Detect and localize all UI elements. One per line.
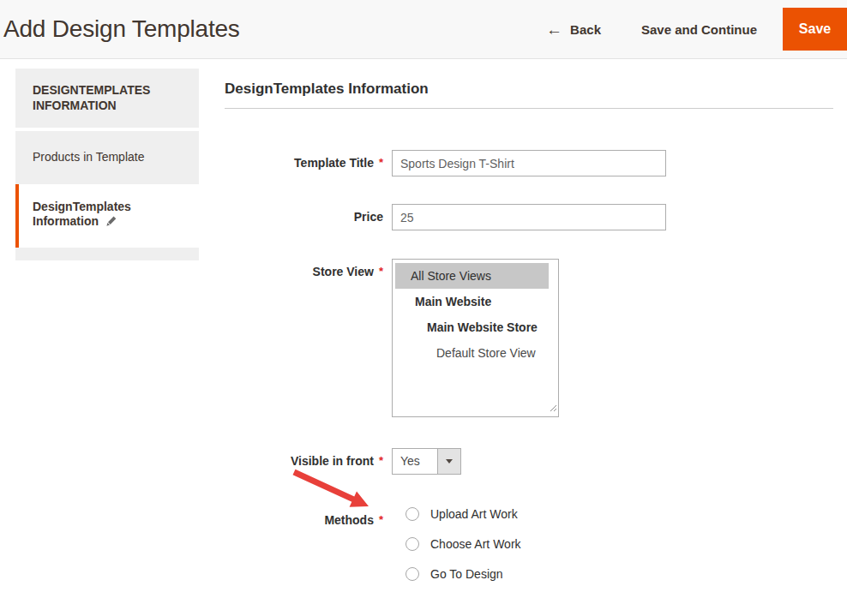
chevron-down-icon — [446, 459, 453, 463]
radio-option-choose-art-work[interactable]: Choose Art Work — [405, 537, 521, 551]
radio-option-upload-art-work[interactable]: Upload Art Work — [405, 507, 521, 521]
radio-button-icon — [405, 537, 419, 551]
arrow-left-icon: ← — [546, 21, 562, 38]
radio-option-label: Upload Art Work — [430, 507, 518, 521]
store-view-option-default-store-view[interactable]: Default Store View — [395, 340, 549, 366]
sidebar-item-designtemplates-information[interactable]: DesignTemplates Information — [15, 184, 199, 248]
page-title: Add Design Templates — [3, 15, 240, 43]
radio-option-go-to-design[interactable]: Go To Design — [405, 567, 521, 581]
heading-divider — [225, 108, 833, 109]
radio-button-icon — [405, 567, 419, 581]
form-row-visible-in-front: Visible in front* Yes — [225, 448, 833, 475]
store-view-label: Store View* — [225, 259, 383, 278]
required-marker: * — [379, 156, 383, 169]
required-marker: * — [379, 454, 383, 467]
visible-in-front-select[interactable]: Yes — [392, 448, 461, 475]
content-area: DESIGNTEMPLATES INFORMATION Products in … — [0, 59, 847, 597]
visible-in-front-label: Visible in front* — [225, 448, 383, 468]
store-view-option-all-store-views[interactable]: All Store Views — [395, 263, 549, 289]
dropdown-arrow-button[interactable] — [437, 449, 460, 474]
back-button[interactable]: ← Back — [546, 21, 601, 38]
page-header: Add Design Templates ← Back Save and Con… — [0, 0, 847, 59]
sidebar-section-title: DESIGNTEMPLATES INFORMATION — [15, 69, 199, 128]
header-actions: ← Back Save and Continue Save — [546, 0, 847, 58]
sidebar-item-products-in-template[interactable]: Products in Template — [15, 131, 199, 184]
back-button-label: Back — [570, 22, 601, 37]
required-marker: * — [379, 513, 383, 526]
sidebar-nav: DESIGNTEMPLATES INFORMATION Products in … — [15, 69, 199, 597]
store-view-option-main-website[interactable]: Main Website — [395, 289, 549, 314]
main-panel: DesignTemplates Information Template Tit… — [199, 69, 833, 597]
resize-handle-icon[interactable] — [549, 400, 557, 416]
price-input[interactable] — [392, 204, 666, 230]
methods-label: Methods* — [225, 507, 383, 527]
form-row-price: Price — [225, 204, 833, 230]
save-and-continue-button[interactable]: Save and Continue — [641, 22, 757, 37]
required-marker: * — [379, 265, 383, 278]
radio-option-label: Go To Design — [430, 567, 503, 581]
sidebar-item-label: Products in Template — [33, 150, 144, 164]
form-row-store-view: Store View* All Store Views Main Website… — [225, 259, 833, 417]
form-row-template-title: Template Title* — [225, 150, 833, 176]
store-view-multiselect[interactable]: All Store Views Main Website Main Websit… — [392, 259, 559, 417]
design-template-form: Template Title* Price Store View* — [225, 150, 833, 597]
template-title-input[interactable] — [392, 150, 666, 176]
select-selected-value: Yes — [393, 449, 437, 474]
radio-option-label: Choose Art Work — [430, 537, 521, 551]
section-heading: DesignTemplates Information — [225, 81, 833, 98]
template-title-label: Template Title* — [225, 150, 383, 170]
pencil-icon — [105, 214, 118, 232]
price-label: Price — [225, 204, 383, 224]
save-button[interactable]: Save — [783, 8, 847, 51]
store-view-option-main-website-store[interactable]: Main Website Store — [395, 314, 549, 340]
form-row-methods: Methods* Upload Art Work Choose Art Work… — [225, 507, 833, 597]
radio-button-icon — [405, 507, 419, 521]
sidebar-bottom-strip — [15, 248, 199, 260]
